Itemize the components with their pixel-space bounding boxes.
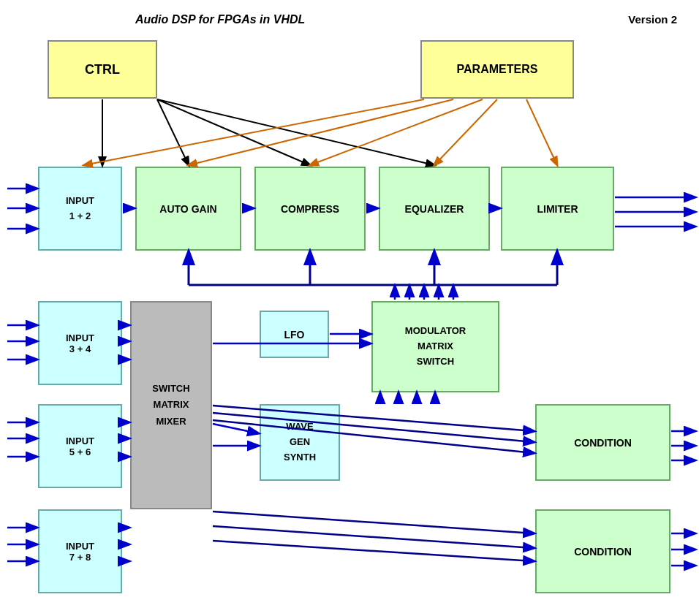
equalizer-block: EQUALIZER — [379, 167, 490, 251]
input12-block: INPUT1 + 2 — [38, 167, 122, 251]
input78-block: INPUT7 + 8 — [38, 509, 122, 593]
limiter-block: LIMITER — [501, 167, 614, 251]
svg-line-14 — [84, 99, 424, 165]
svg-line-60 — [213, 541, 534, 561]
svg-line-16 — [310, 99, 483, 165]
autogain-block: AUTO GAIN — [135, 167, 241, 251]
svg-line-58 — [213, 512, 534, 533]
compress-block: COMPRESS — [254, 167, 366, 251]
ctrl-block: CTRL — [48, 40, 157, 99]
modulator-block: MODULATORMATRIXSWITCH — [371, 301, 499, 392]
version-label: Version 2 — [628, 13, 677, 26]
svg-line-13 — [157, 99, 434, 165]
svg-line-11 — [157, 99, 189, 165]
condition2-block: CONDITION — [535, 509, 670, 593]
switchmatrix-block: SWITCHMATRIXMIXER — [130, 301, 212, 509]
svg-line-17 — [434, 99, 497, 165]
svg-line-12 — [157, 99, 310, 165]
page-title: Audio DSP for FPGAs in VHDL — [135, 13, 305, 26]
wavegen-block: WAVEGENSYNTH — [260, 404, 340, 481]
condition1-block: CONDITION — [535, 404, 670, 481]
lfo-block: LFO — [260, 311, 329, 358]
svg-line-15 — [189, 99, 453, 165]
input56-block: INPUT5 + 6 — [38, 404, 122, 488]
svg-line-18 — [526, 99, 557, 165]
diagram: Audio DSP for FPGAs in VHDL Version 2 CT… — [0, 0, 699, 616]
input34-block: INPUT3 + 4 — [38, 301, 122, 385]
svg-line-59 — [213, 526, 534, 548]
parameters-block: PARAMETERS — [420, 40, 574, 99]
svg-line-42 — [213, 424, 258, 433]
